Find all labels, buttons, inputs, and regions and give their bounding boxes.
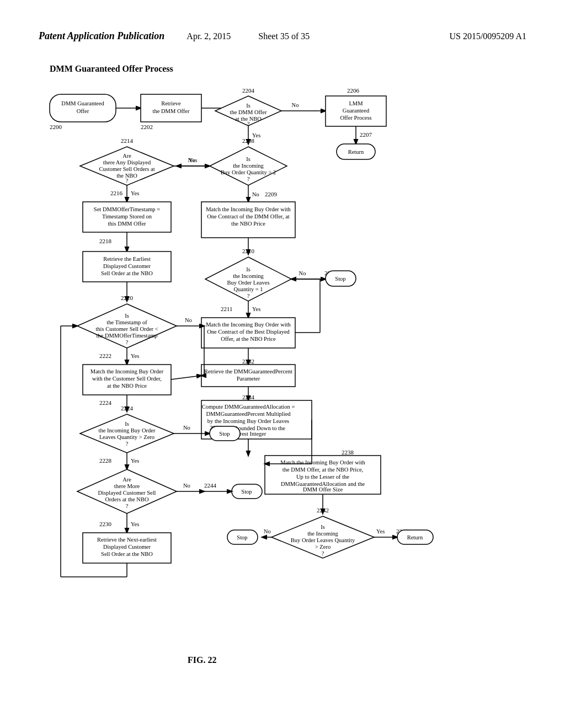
svg-text:2200: 2200 (50, 124, 62, 130)
svg-text:Parameter: Parameter (237, 376, 260, 382)
flowchart-svg: text { font-family: 'Times New Roman', T… (33, 64, 530, 660)
svg-text:the Incoming: the Incoming (233, 163, 264, 169)
svg-marker-125 (80, 414, 174, 453)
svg-text:Return: Return (348, 149, 364, 155)
svg-text:Offer Process: Offer Process (340, 115, 371, 121)
svg-text:DMM Guaranteed: DMM Guaranteed (61, 100, 104, 106)
svg-text:there More: there More (114, 483, 140, 489)
svg-text:Yes: Yes (131, 458, 139, 464)
svg-text:2208: 2208 (242, 137, 255, 144)
svg-text:this Customer Sell Order <: this Customer Sell Order < (95, 326, 158, 332)
svg-text:DMMGuaranteedPercent Multiplie: DMMGuaranteedPercent Multiplied (206, 411, 291, 417)
svg-text:2211: 2211 (221, 306, 233, 312)
svg-text:No: No (185, 317, 192, 323)
page: Patent Application Publication Apr. 2, 2… (0, 0, 565, 728)
svg-text:Offer, at the NBO Price: Offer, at the NBO Price (221, 336, 276, 342)
svg-text:2209: 2209 (265, 191, 278, 197)
svg-text:Leaves Quantity > Zero: Leaves Quantity > Zero (99, 434, 154, 440)
svg-text:2204: 2204 (242, 87, 255, 94)
svg-text:?: ? (247, 293, 250, 299)
svg-text:2216: 2216 (110, 190, 123, 196)
svg-text:Retrieve the Next-earliest: Retrieve the Next-earliest (97, 537, 157, 543)
diagram-container: DMM Guaranteed Offer Process text { font… (33, 64, 532, 671)
svg-text:?: ? (126, 503, 129, 509)
svg-text:Sell Order at the NBO: Sell Order at the NBO (101, 270, 153, 276)
svg-text:2228: 2228 (99, 457, 112, 464)
svg-text:Displayed Customer: Displayed Customer (103, 544, 151, 550)
svg-text:Retrieve the DMMGuaranteedPerc: Retrieve the DMMGuaranteedPercent (204, 368, 292, 374)
svg-text:Sell Order at the NBO: Sell Order at the NBO (101, 551, 153, 557)
svg-text:Timestamp Stored on: Timestamp Stored on (102, 213, 152, 220)
svg-text:No: No (299, 270, 306, 276)
svg-text:2238: 2238 (342, 449, 354, 456)
svg-text:Set DMMOfferTimestamp =: Set DMMOfferTimestamp = (94, 206, 160, 212)
page-header: Patent Application Publication Apr. 2, 2… (0, 0, 565, 42)
svg-text:2242: 2242 (317, 507, 329, 513)
svg-text:Is: Is (246, 266, 250, 272)
svg-text:Is: Is (246, 103, 250, 109)
svg-text:with the Customer Sell Order,: with the Customer Sell Order, (92, 376, 162, 382)
svg-text:the NBO Price: the NBO Price (231, 221, 265, 227)
svg-text:No: No (264, 528, 271, 534)
svg-text:Are: Are (122, 153, 131, 159)
svg-text:Buy Order Leaves Quantity: Buy Order Leaves Quantity (291, 537, 355, 543)
svg-text:One Contract of the DMM Offer,: One Contract of the DMM Offer, at (207, 213, 290, 220)
svg-text:Yes: Yes (131, 190, 139, 196)
svg-text:at the NBO Price: at the NBO Price (107, 383, 147, 389)
svg-text:Match the Incoming Buy Order: Match the Incoming Buy Order (90, 368, 164, 374)
svg-text:the DMM Offer: the DMM Offer (230, 109, 267, 115)
svg-text:2230: 2230 (99, 521, 112, 527)
svg-text:Match the Incoming Buy Order w: Match the Incoming Buy Order with (206, 322, 291, 328)
svg-text:?: ? (247, 176, 250, 182)
svg-text:there Any Displayed: there Any Displayed (103, 159, 151, 165)
svg-text:Stop: Stop (219, 431, 230, 437)
svg-text:Yes: Yes (252, 306, 260, 312)
svg-text:Up to the Lesser of the: Up to the Lesser of the (296, 474, 349, 480)
svg-text:Match the Incoming Buy Order w: Match the Incoming Buy Order with (206, 206, 291, 212)
svg-text:2244: 2244 (204, 482, 217, 489)
svg-text:No: No (183, 483, 190, 489)
svg-text:2210: 2210 (242, 248, 255, 254)
figure-label: FIG. 22 (188, 655, 216, 665)
svg-text:> Zero: > Zero (315, 544, 331, 550)
svg-text:Offer: Offer (77, 108, 89, 114)
svg-text:2234: 2234 (242, 394, 255, 400)
svg-text:2206: 2206 (347, 87, 360, 94)
svg-text:No: No (183, 425, 190, 431)
svg-text:2224: 2224 (121, 405, 134, 411)
svg-text:Guaranteed: Guaranteed (343, 108, 370, 114)
svg-text:?: ? (322, 550, 324, 556)
svg-line-186 (171, 376, 201, 379)
svg-text:No: No (252, 191, 259, 197)
publication-date: Apr. 2, 2015 (186, 31, 231, 41)
svg-text:?: ? (126, 339, 129, 345)
svg-text:the Incoming Buy Order: the Incoming Buy Order (99, 427, 156, 433)
svg-text:Orders at the NBO: Orders at the NBO (105, 496, 148, 502)
svg-text:Is: Is (246, 156, 250, 162)
svg-text:Stop: Stop (335, 276, 345, 282)
svg-text:Customer Sell Orders at: Customer Sell Orders at (99, 166, 154, 172)
patent-number: US 2015/0095209 A1 (449, 31, 526, 41)
svg-text:the DMMOfferTimestamp: the DMMOfferTimestamp (96, 333, 157, 339)
svg-text:Is: Is (321, 524, 325, 530)
sheet-info: Sheet 35 of 35 (258, 31, 310, 41)
svg-text:Is: Is (125, 313, 129, 319)
svg-text:Stop: Stop (237, 534, 247, 540)
svg-text:Match the Incoming Buy Order w: Match the Incoming Buy Order with (280, 459, 365, 465)
svg-text:Displayed Customer Sell: Displayed Customer Sell (98, 490, 156, 496)
svg-text:Yes: Yes (131, 353, 139, 359)
svg-text:Are: Are (122, 477, 131, 483)
svg-text:2202: 2202 (141, 124, 153, 130)
svg-text:Quantity = 1: Quantity = 1 (233, 286, 263, 292)
svg-text:2224: 2224 (99, 399, 112, 406)
svg-text:No: No (188, 157, 195, 163)
svg-text:Displayed Customer: Displayed Customer (103, 263, 151, 269)
svg-text:the Incoming: the Incoming (307, 531, 338, 537)
svg-text:Buy Order Leaves: Buy Order Leaves (227, 280, 270, 286)
svg-text:Retrieve: Retrieve (161, 100, 181, 106)
svg-text:the DMM Offer: the DMM Offer (153, 108, 190, 114)
svg-text:?: ? (126, 441, 129, 447)
svg-text:the DMM Offer, at the NBO Pric: the DMM Offer, at the NBO Price, (282, 467, 363, 473)
svg-text:2218: 2218 (99, 238, 112, 244)
svg-text:by the Incoming Buy Order Leav: by the Incoming Buy Order Leaves (207, 418, 289, 424)
